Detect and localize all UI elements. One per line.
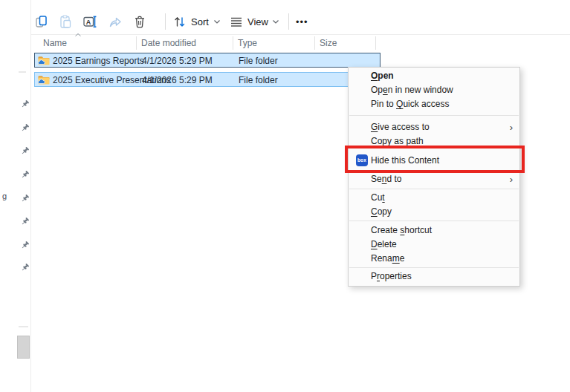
menu-separator: [349, 189, 519, 189]
menu-item-hide-this-content[interactable]: box Hide this Content: [349, 148, 519, 172]
file-type: File folder: [239, 75, 278, 85]
menu-item-cut[interactable]: Cut: [349, 191, 519, 205]
menu-separator: [349, 220, 519, 221]
rename-icon: A: [82, 14, 97, 29]
file-date-modified: 4/1/2026 5:29 PM: [142, 75, 213, 85]
copy-icon: [34, 14, 49, 29]
pin-icon: [21, 170, 30, 179]
paste-toolbar-button: [58, 14, 73, 29]
pin-icon: [21, 217, 30, 226]
menu-item-open[interactable]: Open: [349, 69, 519, 83]
pin-icon: [21, 194, 30, 203]
nav-pane-bottom-dash: [19, 326, 28, 327]
menu-item-copy-as-path[interactable]: Copy as path: [349, 134, 519, 148]
synced-folder-icon: [38, 56, 50, 65]
view-button[interactable]: [229, 14, 244, 29]
sort-ascending-caret-icon: [74, 33, 82, 37]
more-options-button[interactable]: •••: [296, 16, 308, 27]
sort-icon: [172, 14, 187, 29]
view-button-label[interactable]: View: [247, 16, 268, 27]
toolbar-separator: [165, 13, 166, 30]
file-name: 2025 Earnings Reports: [53, 56, 144, 66]
menu-item-pin-to-quick-access[interactable]: Pin to Quick access: [349, 97, 519, 111]
sort-button[interactable]: [172, 14, 187, 29]
pin-icon: [21, 99, 30, 108]
menu-item-copy[interactable]: Copy: [349, 205, 519, 219]
pin-icon: [21, 146, 30, 155]
toolbar-separator: [288, 13, 289, 30]
rename-toolbar-button[interactable]: A: [82, 14, 97, 29]
column-separator[interactable]: [375, 36, 376, 50]
menu-item-open-in-new-window[interactable]: Open in new window: [349, 83, 519, 97]
column-header-date-modified[interactable]: Date modified: [141, 38, 196, 48]
file-row[interactable]: 2025 Earnings Reports 4/1/2026 5:29 PM F…: [34, 53, 380, 68]
column-separator[interactable]: [136, 36, 137, 50]
synced-folder-icon: [38, 75, 50, 85]
menu-item-rename[interactable]: Rename: [349, 252, 519, 266]
copy-toolbar-button[interactable]: [34, 14, 49, 29]
sort-button-label[interactable]: Sort: [191, 16, 209, 27]
chevron-down-icon: [272, 19, 279, 24]
column-header-name[interactable]: Name: [43, 38, 67, 48]
view-icon: [229, 14, 244, 29]
paste-icon: [58, 14, 73, 29]
menu-separator: [349, 115, 519, 116]
pin-icon: [21, 123, 30, 132]
pin-icon: [21, 241, 30, 249]
nav-pane-divider-dash: [19, 71, 26, 73]
pin-icon: [21, 263, 30, 272]
menu-item-delete[interactable]: Delete: [349, 238, 519, 252]
column-separator[interactable]: [233, 36, 233, 50]
svg-text:A: A: [86, 19, 91, 26]
file-type: File folder: [239, 56, 278, 66]
box-icon: box: [356, 154, 368, 166]
context-menu: Open Open in new window Pin to Quick acc…: [348, 67, 520, 287]
file-date-modified: 4/1/2026 5:29 PM: [142, 56, 213, 66]
nav-scrollbar-thumb[interactable]: [17, 336, 30, 359]
menu-item-give-access-to[interactable]: Give access to›: [349, 120, 519, 134]
menu-item-create-shortcut[interactable]: Create shortcut: [349, 223, 519, 238]
menu-separator: [349, 267, 519, 268]
share-toolbar-button: [108, 14, 123, 29]
column-header-size[interactable]: Size: [320, 38, 337, 48]
toolbar-divider: [31, 34, 570, 35]
chevron-down-icon: [213, 19, 221, 24]
submenu-arrow-icon: ›: [510, 172, 513, 186]
menu-item-send-to[interactable]: Send to›: [349, 172, 519, 186]
share-icon: [108, 14, 123, 29]
file-row[interactable]: 2025 Executive Presentations 4/1/2026 5:…: [34, 72, 380, 87]
truncated-nav-label: g: [2, 192, 7, 200]
column-separator[interactable]: [314, 36, 315, 50]
column-header-type[interactable]: Type: [238, 38, 257, 48]
delete-icon: [132, 14, 147, 29]
nav-pane-divider: [30, 0, 31, 392]
submenu-arrow-icon: ›: [510, 120, 513, 134]
menu-item-properties[interactable]: Properties: [349, 270, 519, 284]
delete-toolbar-button[interactable]: [132, 14, 147, 29]
